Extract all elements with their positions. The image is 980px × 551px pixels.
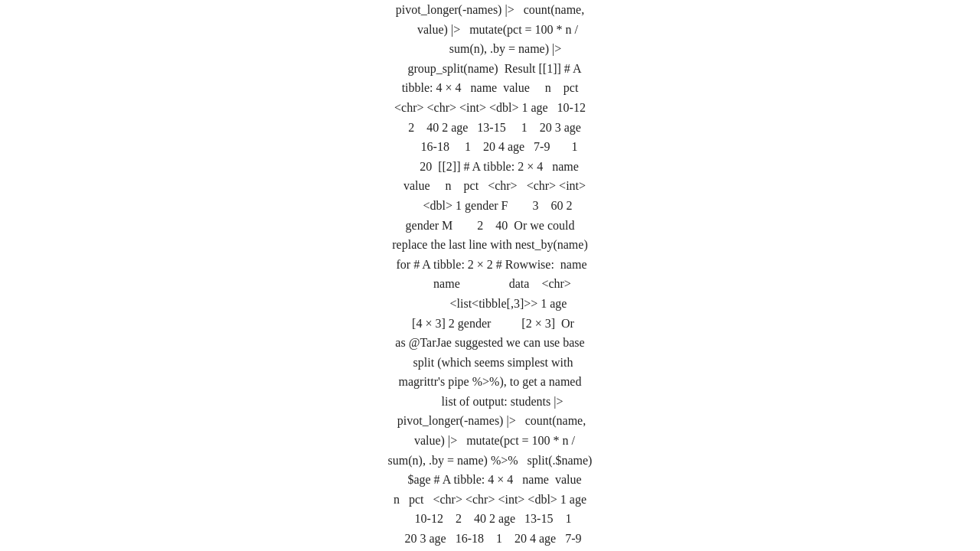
main-content: pivot_longer(-names) |> count(name, valu… [153, 0, 827, 551]
